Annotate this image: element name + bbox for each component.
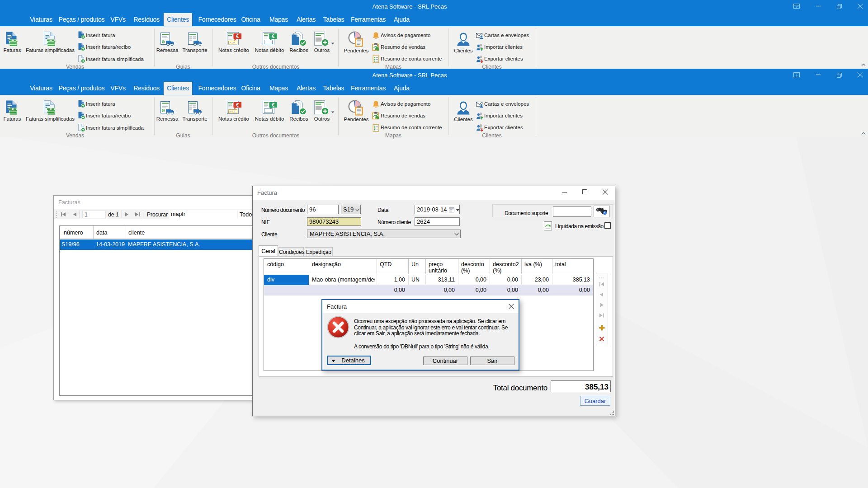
svg-text:€: € (272, 102, 274, 108)
svg-text:€: € (236, 33, 239, 39)
svg-text:€: € (272, 33, 274, 39)
svg-text:€: € (162, 40, 164, 43)
svg-text:€: € (236, 102, 239, 108)
svg-text:€: € (162, 109, 164, 112)
